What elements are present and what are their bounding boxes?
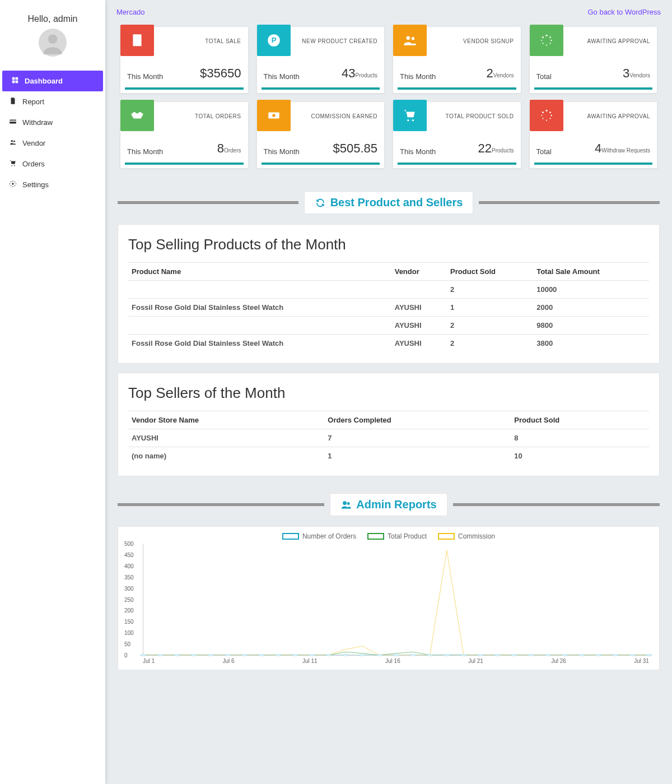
svg-point-41 (347, 502, 350, 505)
svg-point-20 (545, 35, 547, 36)
table-cell: AYUSHI (391, 299, 447, 317)
y-tick: 200 (124, 607, 134, 614)
svg-rect-14 (135, 39, 140, 39)
stat-card-unit: Vendors (629, 72, 650, 78)
svg-point-56 (376, 655, 382, 656)
stat-card-bar (125, 163, 244, 165)
y-tick: 50 (124, 641, 130, 647)
svg-point-60 (444, 655, 450, 656)
brand-link[interactable]: Mercado (116, 8, 145, 16)
stat-card-title: TOTAL PRODUCT SOLD (427, 102, 521, 123)
svg-point-9 (13, 141, 15, 142)
table-header: Product Sold (447, 263, 533, 281)
svg-point-65 (528, 655, 534, 656)
y-tick: 150 (124, 619, 134, 625)
refresh-icon (315, 197, 326, 208)
chart-plot-area[interactable]: 050100150200250300350400450500 (143, 544, 649, 656)
stat-card-title: TOTAL ORDERS (154, 102, 248, 123)
svg-point-37 (542, 118, 543, 119)
svg-point-27 (542, 36, 543, 38)
stat-card-value: 22 (478, 141, 492, 155)
orders-icon (9, 159, 17, 169)
stat-card-unit: Products (356, 72, 377, 78)
table-cell: AYUSHI (391, 317, 447, 335)
table-cell (128, 317, 391, 335)
svg-point-72 (646, 655, 652, 656)
sidebar-item-settings[interactable]: Settings (0, 174, 105, 195)
legend-orders[interactable]: Number of Orders (282, 532, 356, 540)
table-row: 210000 (128, 281, 649, 299)
table-header: Product Name (128, 263, 391, 281)
table-row: (no name)110 (128, 447, 649, 465)
stat-card-value: 4 (595, 141, 601, 155)
stat-card-bar (262, 87, 380, 90)
svg-point-30 (407, 119, 409, 121)
table-cell: 1 (324, 447, 511, 465)
sidebar-item-label: Orders (22, 160, 45, 168)
y-tick: 500 (124, 541, 134, 547)
svg-point-26 (541, 40, 542, 41)
stat-card-title: COMMISSION EARNED (291, 102, 385, 123)
svg-rect-2 (12, 77, 15, 80)
sidebar-item-vendor[interactable]: Vendor (0, 133, 105, 154)
stat-card-period: Total (536, 72, 552, 81)
stat-card-period: This Month (400, 147, 436, 156)
svg-point-66 (545, 655, 551, 656)
svg-point-22 (550, 40, 552, 41)
svg-point-40 (343, 501, 347, 505)
table-cell: 10000 (533, 281, 649, 299)
stat-card-period: This Month (400, 72, 436, 81)
table-cell (391, 281, 447, 299)
table-cell: Fossil Rose Gold Dial Stainless Steel Wa… (128, 299, 391, 317)
sidebar-item-withdraw[interactable]: Withdraw (0, 112, 105, 133)
dashboard-icon (11, 76, 19, 86)
svg-rect-13 (135, 37, 140, 38)
svg-point-12 (12, 183, 14, 185)
stat-card-value: $35650 (200, 66, 241, 80)
stat-card-bar (398, 87, 516, 90)
stat-card: PNEW PRODUCT CREATEDThis Month43Products (256, 26, 385, 94)
stat-card-period: This Month (127, 147, 163, 156)
sidebar: Hello, admin DashboardReportWithdrawVend… (0, 0, 105, 784)
svg-point-68 (578, 655, 585, 656)
svg-point-51 (292, 655, 298, 656)
sidebar-item-dashboard[interactable]: Dashboard (2, 71, 103, 91)
stat-card-value: 43 (342, 66, 355, 80)
stat-card-unit: Vendors (493, 72, 514, 78)
legend-products[interactable]: Total Product (367, 532, 427, 540)
svg-rect-3 (16, 77, 18, 80)
svg-point-32 (545, 110, 547, 112)
stat-card-value: $505.85 (333, 141, 377, 155)
sidebar-item-report[interactable]: Report (0, 91, 105, 112)
svg-point-53 (326, 655, 332, 656)
table-header: Total Sale Amount (533, 263, 649, 281)
sidebar-nav: DashboardReportWithdrawVendorOrdersSetti… (0, 71, 105, 195)
chart-x-axis: Jul 1Jul 6Jul 11Jul 16Jul 21Jul 26Jul 31 (143, 658, 649, 664)
table-row: Fossil Rose Gold Dial Stainless Steel Wa… (128, 335, 649, 352)
svg-point-54 (343, 655, 349, 656)
legend-commission[interactable]: Commission (438, 532, 495, 540)
svg-point-70 (612, 655, 618, 656)
table-cell: 7 (324, 429, 511, 447)
table-cell: 10 (511, 447, 649, 465)
svg-point-19 (412, 37, 414, 40)
users-icon (393, 25, 427, 56)
svg-point-42 (141, 655, 147, 656)
svg-point-33 (549, 112, 551, 113)
top-products-panel: Top Selling Products of the Month Produc… (118, 224, 660, 364)
stat-card-value: 2 (487, 66, 493, 80)
table-row: AYUSHI29800 (128, 317, 649, 335)
table-cell: 2 (447, 335, 533, 352)
withdraw-icon (9, 118, 17, 127)
svg-point-35 (549, 118, 550, 119)
stat-card: COMMISSION EARNEDThis Month$505.85 (256, 101, 385, 169)
svg-point-10 (11, 165, 12, 166)
svg-rect-7 (10, 120, 16, 122)
sidebar-item-orders[interactable]: Orders (0, 154, 105, 174)
x-tick: Jul 16 (385, 658, 400, 664)
table-cell: 2000 (533, 299, 649, 317)
svg-point-48 (241, 655, 248, 656)
back-to-wordpress-link[interactable]: Go back to WordPress (587, 8, 661, 16)
svg-point-38 (541, 115, 542, 116)
settings-icon (9, 180, 17, 189)
